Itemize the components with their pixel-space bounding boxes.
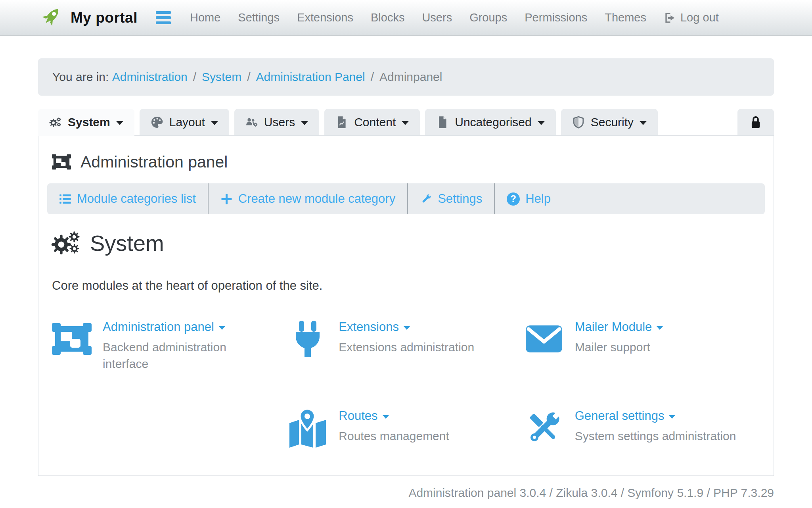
- question-circle-icon: [507, 192, 520, 206]
- plug-icon: [288, 319, 327, 359]
- caret-down-icon: [538, 121, 545, 125]
- tab-lock[interactable]: [737, 109, 774, 135]
- module-administration-panel: Administration panel Backend administrat…: [52, 319, 288, 372]
- nav-item-permissions[interactable]: Permissions: [525, 11, 587, 24]
- module-routes: Routes Routes management: [288, 408, 524, 448]
- panel-title-row: Administration panel: [47, 152, 765, 171]
- lock-icon: [749, 115, 763, 129]
- breadcrumb-link-administration-panel[interactable]: Administration Panel: [256, 70, 365, 84]
- object-group-icon: [52, 152, 71, 171]
- panel-title: Administration panel: [80, 153, 228, 171]
- nav-item-groups[interactable]: Groups: [469, 11, 507, 24]
- caret-down-icon: [219, 326, 225, 330]
- nav-item-logout-label: Log out: [680, 11, 719, 24]
- plus-icon: [220, 193, 233, 205]
- module-grid: Administration panel Backend administrat…: [47, 319, 765, 448]
- section-description: Core modules at the heart of operation o…: [47, 279, 765, 293]
- module-link-extensions[interactable]: Extensions: [339, 320, 474, 334]
- breadcrumb-current: Adminpanel: [379, 70, 442, 84]
- users-cog-icon: [245, 116, 258, 129]
- tab-system[interactable]: System: [38, 109, 134, 136]
- wrench-icon: [420, 193, 432, 205]
- admin-panel: Administration panel Module categories l…: [38, 135, 774, 476]
- nav-item-home[interactable]: Home: [190, 11, 220, 24]
- module-mailer: Mailer Module Mailer support: [524, 319, 760, 372]
- nav-item-extensions[interactable]: Extensions: [297, 11, 353, 24]
- breadcrumb: You are in: Administration / System / Ad…: [38, 58, 774, 96]
- section-title-row: System: [47, 230, 765, 256]
- file-chart-icon: [335, 116, 348, 129]
- tab-content[interactable]: Content: [324, 109, 420, 135]
- version-info: Administration panel 3.0.4 / Zikula 3.0.…: [38, 486, 774, 500]
- category-tabs: System Layout Users: [38, 109, 774, 135]
- module-description: Backend administration interface: [103, 339, 241, 372]
- panel-toolbar: Module categories list Create new module…: [47, 183, 765, 214]
- nav-item-blocks[interactable]: Blocks: [371, 11, 404, 24]
- breadcrumb-prefix: You are in:: [52, 70, 109, 84]
- caret-down-icon: [657, 326, 663, 330]
- nav-item-settings[interactable]: Settings: [238, 11, 280, 24]
- tab-users[interactable]: Users: [234, 109, 319, 135]
- cogs-icon: [49, 116, 62, 129]
- rocket-logo-icon: [38, 6, 63, 30]
- caret-down-icon: [116, 121, 123, 125]
- caret-down-icon: [301, 121, 308, 125]
- top-navbar: My portal Home Settings Extensions Block…: [0, 0, 812, 36]
- module-link-general-settings[interactable]: General settings: [575, 409, 736, 423]
- list-icon: [59, 193, 71, 205]
- file-icon: [436, 116, 449, 129]
- hamburger-menu-icon[interactable]: [156, 11, 171, 24]
- tools-icon: [524, 408, 564, 448]
- module-description: Routes management: [339, 428, 449, 444]
- caret-down-icon: [404, 326, 410, 330]
- help-button[interactable]: Help: [495, 192, 563, 206]
- sign-out-icon: [664, 12, 676, 24]
- module-description: Mailer support: [575, 339, 663, 356]
- tab-layout[interactable]: Layout: [140, 109, 229, 135]
- settings-button[interactable]: Settings: [408, 192, 494, 206]
- brand-title: My portal: [71, 10, 138, 26]
- caret-down-icon: [383, 415, 389, 419]
- nav-item-themes[interactable]: Themes: [605, 11, 646, 24]
- tab-security[interactable]: Security: [561, 109, 658, 135]
- breadcrumb-link-administration[interactable]: Administration: [112, 70, 188, 84]
- caret-down-icon: [640, 121, 647, 125]
- nav-item-logout[interactable]: Log out: [664, 11, 719, 24]
- tab-uncategorised[interactable]: Uncategorised: [425, 109, 555, 135]
- cogs-icon: [51, 231, 81, 256]
- brand[interactable]: My portal: [38, 6, 138, 30]
- section-divider: [47, 265, 765, 265]
- module-link-administration-panel[interactable]: Administration panel: [103, 320, 241, 334]
- section-title: System: [90, 230, 164, 256]
- module-general-settings: General settings System settings adminis…: [524, 408, 760, 448]
- create-module-category-button[interactable]: Create new module category: [209, 192, 407, 206]
- caret-down-icon: [669, 415, 675, 419]
- breadcrumb-link-system[interactable]: System: [202, 70, 241, 84]
- envelope-icon: [524, 319, 564, 359]
- module-link-mailer[interactable]: Mailer Module: [575, 320, 663, 334]
- module-extensions: Extensions Extensions administration: [288, 319, 524, 372]
- module-description: System settings administration: [575, 428, 736, 444]
- nav-item-users[interactable]: Users: [422, 11, 452, 24]
- module-categories-list-button[interactable]: Module categories list: [47, 192, 208, 206]
- caret-down-icon: [211, 121, 218, 125]
- map-marked-icon: [288, 408, 327, 448]
- module-link-routes[interactable]: Routes: [339, 409, 449, 423]
- caret-down-icon: [402, 121, 409, 125]
- palette-icon: [151, 116, 163, 129]
- object-group-icon: [52, 319, 92, 359]
- module-description: Extensions administration: [339, 339, 474, 356]
- nav-links: Home Settings Extensions Blocks Users Gr…: [190, 11, 719, 24]
- shield-icon: [572, 116, 585, 129]
